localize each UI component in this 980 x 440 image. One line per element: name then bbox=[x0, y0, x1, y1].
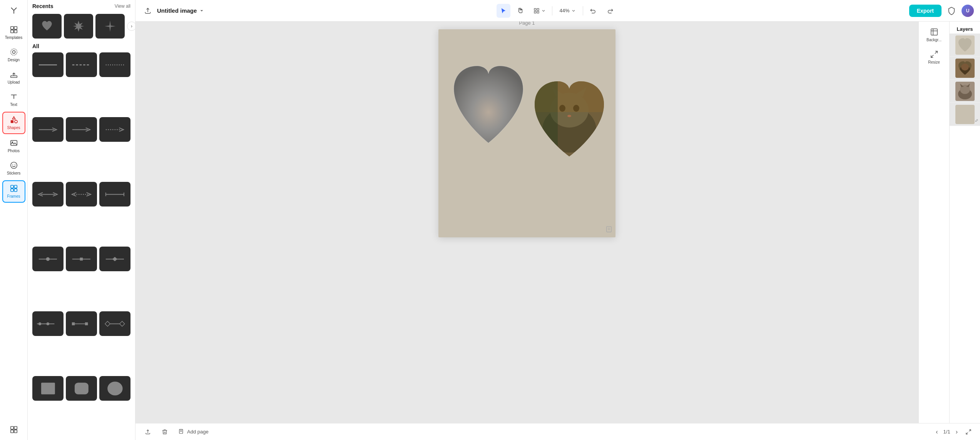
heart-shape-icon bbox=[40, 19, 54, 33]
view-all-button[interactable]: View all bbox=[115, 3, 130, 9]
background-icon bbox=[930, 28, 938, 36]
layer-item-2[interactable] bbox=[950, 57, 980, 80]
shape-slider-circle[interactable] bbox=[32, 247, 64, 271]
shape-slider-square[interactable] bbox=[66, 247, 97, 271]
slider-diamond-icon bbox=[104, 255, 126, 263]
sidebar-item-text[interactable]: Text bbox=[2, 89, 25, 110]
svg-rect-3 bbox=[10, 27, 13, 29]
shape-measure-arrow[interactable] bbox=[99, 182, 130, 207]
shape-dotted-arrow-right[interactable] bbox=[99, 117, 130, 142]
logo-button[interactable] bbox=[2, 3, 25, 19]
svg-rect-9 bbox=[10, 76, 17, 78]
scroll-right-arrow[interactable]: › bbox=[127, 22, 135, 31]
svg-rect-59 bbox=[534, 11, 536, 13]
dot-connector-icon bbox=[37, 320, 59, 327]
topbar-center: 44% bbox=[209, 4, 904, 18]
export-button[interactable]: Export bbox=[909, 5, 942, 17]
double-arrow-dots-icon bbox=[70, 191, 92, 198]
background-button[interactable]: Backgr... bbox=[923, 25, 945, 45]
double-arrow-icon bbox=[37, 191, 59, 198]
shape-rounded-square[interactable] bbox=[66, 376, 97, 401]
recent-shape-heart[interactable] bbox=[32, 14, 62, 39]
shape-diamond-connector[interactable] bbox=[99, 311, 130, 336]
sidebar-item-design[interactable]: Design bbox=[2, 45, 25, 65]
layer-thumb-background bbox=[955, 105, 975, 124]
shape-dotted-line[interactable] bbox=[99, 52, 130, 77]
svg-rect-57 bbox=[534, 8, 536, 10]
shield-button[interactable] bbox=[945, 4, 958, 18]
title-area[interactable]: Untitled image bbox=[157, 7, 204, 14]
shape-solid-line[interactable] bbox=[32, 52, 64, 77]
sidebar-item-photos[interactable]: Photos bbox=[2, 136, 25, 156]
prev-page-button[interactable]: ‹ bbox=[933, 427, 940, 437]
resize-button[interactable]: Resize bbox=[923, 47, 945, 68]
shapes-grid bbox=[28, 51, 135, 440]
shape-double-arrow[interactable] bbox=[32, 182, 64, 207]
svg-marker-25 bbox=[73, 21, 84, 32]
sidebar-item-more[interactable] bbox=[2, 422, 25, 437]
canvas-area[interactable]: Page 1 bbox=[135, 22, 918, 423]
shape-square[interactable] bbox=[32, 376, 64, 401]
design-icon bbox=[10, 48, 18, 56]
layer-item-3[interactable] bbox=[950, 80, 980, 103]
zoom-button[interactable]: 44% bbox=[555, 5, 579, 16]
sidebar-item-shapes[interactable]: Shapes bbox=[2, 112, 25, 134]
layer-thumb-1 bbox=[955, 35, 975, 55]
layer-item-4[interactable] bbox=[950, 103, 980, 126]
sidebar-item-label-design: Design bbox=[8, 58, 20, 62]
dotted-line-icon bbox=[104, 61, 126, 69]
sidebar-item-upload[interactable]: Upload bbox=[2, 67, 25, 88]
svg-rect-19 bbox=[10, 189, 13, 191]
page-icon-bottom bbox=[179, 429, 185, 435]
left-heart-frame[interactable] bbox=[446, 50, 531, 160]
layer-item-1[interactable] bbox=[950, 34, 980, 57]
layer-edit-icon bbox=[975, 117, 978, 124]
shape-dashed-line[interactable] bbox=[66, 52, 97, 77]
share-button[interactable] bbox=[142, 5, 154, 17]
shape-square-connector[interactable] bbox=[66, 311, 97, 336]
svg-point-43 bbox=[38, 322, 42, 325]
main-area: Untitled image bbox=[135, 0, 980, 440]
shape-arrow-right-2[interactable] bbox=[66, 117, 97, 142]
square-icon bbox=[38, 380, 59, 397]
recent-shape-star4[interactable] bbox=[95, 14, 125, 39]
recent-shape-star6[interactable] bbox=[64, 14, 93, 39]
edit-icon bbox=[975, 119, 978, 123]
right-heart-frame[interactable] bbox=[527, 68, 612, 170]
svg-rect-73 bbox=[535, 81, 558, 156]
recents-title: Recents bbox=[32, 3, 53, 9]
add-page-button[interactable]: Add page bbox=[176, 427, 212, 437]
shape-slider-diamond[interactable] bbox=[99, 247, 130, 271]
expand-button[interactable] bbox=[963, 427, 974, 437]
layout-button[interactable] bbox=[530, 5, 549, 16]
sidebar-item-frames[interactable]: Frames bbox=[2, 180, 25, 203]
shapes-icon bbox=[10, 116, 18, 124]
shape-dot-connector[interactable] bbox=[32, 311, 64, 336]
undo-button[interactable] bbox=[586, 4, 600, 18]
frames-icon bbox=[10, 184, 18, 193]
next-page-button[interactable]: › bbox=[953, 427, 960, 437]
redo-button[interactable] bbox=[603, 4, 617, 18]
svg-rect-49 bbox=[85, 322, 88, 325]
select-tool-button[interactable] bbox=[497, 4, 510, 18]
shape-arrow-right[interactable] bbox=[32, 117, 64, 142]
svg-point-82 bbox=[961, 64, 969, 71]
svg-point-11 bbox=[14, 120, 17, 123]
user-avatar[interactable]: U bbox=[962, 5, 974, 17]
zoom-chevron-icon bbox=[571, 8, 576, 13]
sidebar-item-templates[interactable]: Templates bbox=[2, 22, 25, 43]
sidebar-item-label-shapes: Shapes bbox=[7, 126, 20, 130]
layer-thumb-4 bbox=[955, 105, 975, 124]
delete-button[interactable] bbox=[159, 427, 171, 437]
canvas[interactable] bbox=[438, 29, 615, 237]
sidebar-item-stickers[interactable]: Stickers bbox=[2, 158, 25, 179]
layers-title: Layers bbox=[950, 22, 980, 34]
layer-thumb-heart-grey bbox=[955, 35, 975, 55]
shape-circle[interactable] bbox=[99, 376, 130, 401]
svg-point-14 bbox=[10, 162, 17, 169]
save-status-button[interactable] bbox=[142, 427, 154, 437]
svg-point-45 bbox=[47, 322, 50, 325]
hand-tool-button[interactable] bbox=[513, 4, 527, 18]
shape-double-arrow-dots[interactable] bbox=[66, 182, 97, 207]
canvas-page-icon bbox=[605, 226, 612, 234]
